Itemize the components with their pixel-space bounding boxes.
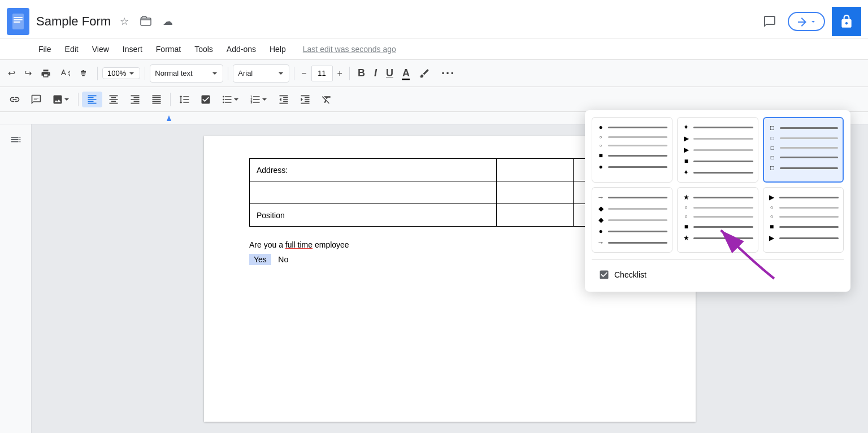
svg-rect-2 [14,19,23,20]
no-option[interactable]: No [274,254,293,265]
undo-button[interactable]: ↩ [5,66,19,81]
left-panel [0,124,32,433]
table-cell-address-1[interactable] [496,159,573,181]
paragraph-style-selector[interactable]: Normal text [150,64,223,83]
clear-formatting-button[interactable] [316,92,337,107]
doc-icon [7,8,29,35]
numbered-list-button[interactable] [245,92,272,107]
increase-indent-button[interactable] [295,92,315,107]
line-spacing-button[interactable] [174,92,194,107]
redo-button[interactable]: ↪ [21,66,35,81]
toolbar-separator-4 [294,67,294,80]
arrow-list-option[interactable]: → ◆ ◆ ● → [592,187,672,253]
svg-rect-4 [141,18,151,25]
print-button[interactable] [37,66,54,81]
publish-button[interactable] [788,12,825,31]
menu-help[interactable]: Help [264,42,292,56]
font-size-input[interactable] [311,66,333,81]
justify-button[interactable] [146,92,167,107]
title-bar: Sample Form ☆ ☁ [0,0,868,38]
diamond-list-option[interactable]: ✦ ▶ ▶ ■ ✦ [677,117,758,183]
toolbar2-separator-1 [78,93,79,106]
zoom-value: 100% [107,69,126,77]
menu-bar: File Edit View Insert Format Tools Add-o… [0,38,868,60]
decrease-indent-button[interactable] [274,92,294,107]
align-center-button[interactable] [103,92,124,107]
spell-check-button[interactable] [57,66,73,81]
paint-format-button[interactable] [76,66,93,81]
underline-button[interactable]: U [383,65,397,81]
document-title[interactable]: Sample Form [36,14,111,29]
checklist-option[interactable]: Checklist [592,265,844,285]
toolbar2-separator-2 [170,93,171,106]
table-cell-empty-1[interactable] [250,181,497,204]
bold-button[interactable]: B [354,65,368,81]
outline-button[interactable] [5,129,27,152]
arrow2-list-option[interactable]: ▶ ○ ○ ■ ▶ [763,187,844,253]
toolbar-separator-1 [97,67,98,80]
menu-tools[interactable]: Tools [189,42,219,56]
more-options-button[interactable]: ··· [438,64,458,83]
yes-option[interactable]: Yes [249,254,271,265]
checklist-icon [598,269,610,280]
bullet-list-button[interactable] [217,92,244,107]
font-size-increase[interactable]: + [335,67,345,80]
toolbar-separator-5 [349,67,350,80]
star-list-option[interactable]: ★ ○ ○ ■ ★ [677,187,758,253]
checkbox-list-option[interactable]: □ □ □ □ □ [763,117,844,183]
lock-button[interactable] [832,7,861,36]
comments-button[interactable] [758,10,781,33]
cloud-save-button[interactable]: ☁ [160,13,175,30]
disc-list-option[interactable]: ● ○ ○ ■ ● [592,117,672,183]
fulltime-text: full time [285,240,313,249]
insert-comment-button[interactable] [26,92,46,107]
align-left-button[interactable] [82,92,102,107]
insert-link-button[interactable] [5,92,25,107]
svg-rect-1 [14,17,23,18]
checklist-label: Checklist [614,270,646,279]
star-button[interactable]: ☆ [118,13,131,30]
zoom-selector[interactable]: 100% [102,67,140,79]
secondary-toolbar [0,87,868,112]
table-cell-address-label[interactable]: Address: [250,159,497,181]
toolbar-separator-3 [228,67,228,80]
dropdown-divider [592,259,844,260]
text-color-button[interactable]: A [399,65,413,81]
menu-edit[interactable]: Edit [59,42,84,56]
table-cell-empty-2[interactable] [496,181,573,204]
title-area: Sample Form ☆ ☁ [36,13,175,30]
font-size-decrease[interactable]: − [299,67,309,80]
menu-view[interactable]: View [86,42,115,56]
menu-addons[interactable]: Add-ons [221,42,262,56]
table-cell-position-1[interactable] [496,204,573,227]
italic-button[interactable]: I [371,65,380,81]
highlight-color-button[interactable] [415,66,433,81]
menu-insert[interactable]: Insert [117,42,148,56]
menu-format[interactable]: Format [150,42,186,56]
list-style-dropdown: ● ○ ○ ■ ● ✦ ▶ ▶ ■ ✦ □ □ □ □ □ → ◆ ◆ ● [585,110,850,292]
align-right-button[interactable] [125,92,145,107]
move-to-folder-button[interactable] [138,14,154,29]
menu-file[interactable]: File [33,42,57,56]
table-cell-position-label[interactable]: Position [250,204,497,227]
toolbar-separator-2 [145,67,145,80]
top-right-actions [758,7,861,36]
list-style-grid: ● ○ ○ ■ ● ✦ ▶ ▶ ■ ✦ □ □ □ □ □ → ◆ ◆ ● [592,117,844,253]
insert-image-button[interactable] [47,92,75,107]
font-family-selector[interactable]: Arial [233,64,289,83]
svg-rect-3 [14,21,20,23]
last-edit-status: Last edit was seconds ago [303,45,396,54]
checklist-button[interactable] [196,92,216,107]
main-toolbar: ↩ ↪ 100% Normal text Arial − + B I U A ·… [0,60,868,87]
